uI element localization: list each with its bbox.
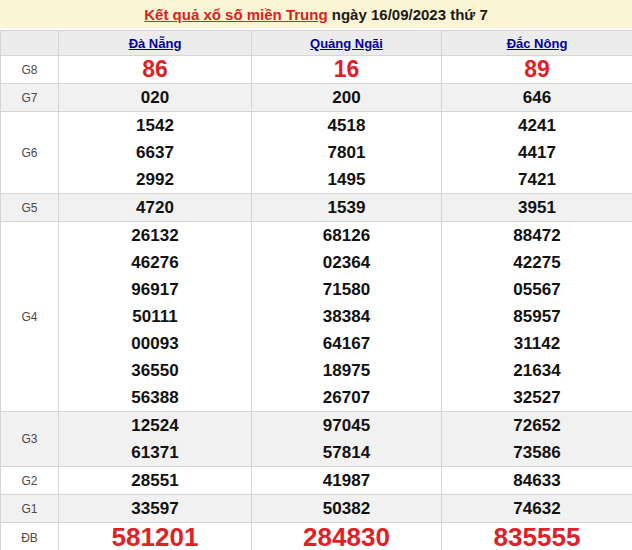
result-value: 18975 bbox=[252, 357, 441, 384]
result-cell: 200 bbox=[252, 84, 442, 112]
prize-row-G5: G5472015393951 bbox=[1, 194, 632, 222]
result-value: 36550 bbox=[59, 357, 251, 384]
result-cell: 84633 bbox=[442, 467, 632, 495]
table-header-row: Đà NẵngQuảng NgãiĐắc Nông bbox=[1, 31, 632, 56]
result-value: 72652 bbox=[442, 412, 632, 439]
lottery-results-table: Đà NẵngQuảng NgãiĐắc Nông G8861689G70202… bbox=[0, 30, 632, 550]
result-value: 38384 bbox=[252, 303, 441, 330]
result-cell: 3951 bbox=[442, 194, 632, 222]
result-value: 1542 bbox=[59, 112, 251, 139]
result-cell: 28551 bbox=[59, 467, 252, 495]
result-value: 50382 bbox=[252, 495, 441, 522]
result-value: 73586 bbox=[442, 439, 632, 466]
result-value: 3951 bbox=[442, 194, 632, 221]
result-value: 46276 bbox=[59, 249, 251, 276]
result-value: 56388 bbox=[59, 384, 251, 411]
prize-label: G5 bbox=[1, 194, 59, 222]
result-value: 200 bbox=[252, 84, 441, 111]
result-value: 581201 bbox=[59, 523, 251, 550]
result-value: 31142 bbox=[442, 330, 632, 357]
result-value: 05567 bbox=[442, 276, 632, 303]
prize-label: G3 bbox=[1, 412, 59, 467]
result-cell: 835555 bbox=[442, 523, 632, 550]
province-link[interactable]: Đắc Nông bbox=[507, 36, 568, 51]
page-title-date: ngày 16/09/2023 thứ 7 bbox=[328, 6, 488, 23]
corner-cell bbox=[1, 31, 59, 56]
prize-label: G2 bbox=[1, 467, 59, 495]
result-value: 4518 bbox=[252, 112, 441, 139]
result-cell: 646 bbox=[442, 84, 632, 112]
result-cell: 74632 bbox=[442, 495, 632, 523]
result-cell: 1252461371 bbox=[59, 412, 252, 467]
result-value: 50111 bbox=[59, 303, 251, 330]
result-value: 4241 bbox=[442, 112, 632, 139]
result-value: 12524 bbox=[59, 412, 251, 439]
result-value: 57814 bbox=[252, 439, 441, 466]
result-value: 4417 bbox=[442, 139, 632, 166]
result-cell: 86 bbox=[59, 56, 252, 84]
result-value: 284830 bbox=[252, 523, 441, 550]
result-value: 97045 bbox=[252, 412, 441, 439]
result-value: 64167 bbox=[252, 330, 441, 357]
result-value: 96917 bbox=[59, 276, 251, 303]
result-cell: 50382 bbox=[252, 495, 442, 523]
result-value: 7421 bbox=[442, 166, 632, 193]
prize-row-G3: G3125246137197045578147265273586 bbox=[1, 412, 632, 467]
result-cell: 7265273586 bbox=[442, 412, 632, 467]
result-value: 26707 bbox=[252, 384, 441, 411]
result-cell: 33597 bbox=[59, 495, 252, 523]
prize-label: G7 bbox=[1, 84, 59, 112]
result-cell: 68126023647158038384641671897526707 bbox=[252, 222, 442, 412]
result-value: 1539 bbox=[252, 194, 441, 221]
result-value: 33597 bbox=[59, 495, 251, 522]
result-value: 61371 bbox=[59, 439, 251, 466]
province-link[interactable]: Quảng Ngãi bbox=[310, 36, 383, 51]
result-value: 646 bbox=[442, 84, 632, 111]
result-value: 32527 bbox=[442, 384, 632, 411]
result-value: 41987 bbox=[252, 467, 441, 494]
result-value: 835555 bbox=[442, 523, 632, 550]
prize-label: G1 bbox=[1, 495, 59, 523]
result-cell: 88472422750556785957311422163432527 bbox=[442, 222, 632, 412]
result-cell: 26132462769691750111000933655056388 bbox=[59, 222, 252, 412]
column-header-1: Đà Nẵng bbox=[59, 31, 252, 56]
prize-row-G6: G6154266372992451878011495424144177421 bbox=[1, 112, 632, 194]
result-cell: 16 bbox=[252, 56, 442, 84]
column-header-2: Quảng Ngãi bbox=[252, 31, 442, 56]
result-value: 21634 bbox=[442, 357, 632, 384]
result-cell: 41987 bbox=[252, 467, 442, 495]
result-value: 89 bbox=[442, 56, 632, 83]
result-value: 85957 bbox=[442, 303, 632, 330]
result-cell: 581201 bbox=[59, 523, 252, 550]
column-header-3: Đắc Nông bbox=[442, 31, 632, 56]
result-value: 86 bbox=[59, 56, 251, 83]
result-value: 28551 bbox=[59, 467, 251, 494]
prize-row-G7: G7020200646 bbox=[1, 84, 632, 112]
result-cell: 9704557814 bbox=[252, 412, 442, 467]
result-value: 42275 bbox=[442, 249, 632, 276]
result-value: 02364 bbox=[252, 249, 441, 276]
result-value: 71580 bbox=[252, 276, 441, 303]
region-result-link[interactable]: Kết quả xổ số miền Trung bbox=[144, 6, 327, 23]
prize-row-G4: G426132462769691750111000933655056388681… bbox=[1, 222, 632, 412]
result-value: 26132 bbox=[59, 222, 251, 249]
result-value: 2992 bbox=[59, 166, 251, 193]
result-value: 16 bbox=[252, 56, 441, 83]
result-cell: 451878011495 bbox=[252, 112, 442, 194]
prize-label: G4 bbox=[1, 222, 59, 412]
prize-row-G2: G2285514198784633 bbox=[1, 467, 632, 495]
result-cell: 1539 bbox=[252, 194, 442, 222]
prize-row-G8: G8861689 bbox=[1, 56, 632, 84]
prize-label: G8 bbox=[1, 56, 59, 84]
prize-label: G6 bbox=[1, 112, 59, 194]
result-value: 020 bbox=[59, 84, 251, 111]
result-value: 00093 bbox=[59, 330, 251, 357]
prize-label: ĐB bbox=[1, 523, 59, 550]
result-cell: 284830 bbox=[252, 523, 442, 550]
result-value: 68126 bbox=[252, 222, 441, 249]
result-value: 4720 bbox=[59, 194, 251, 221]
result-value: 84633 bbox=[442, 467, 632, 494]
result-cell: 4720 bbox=[59, 194, 252, 222]
province-link[interactable]: Đà Nẵng bbox=[129, 36, 182, 51]
result-cell: 89 bbox=[442, 56, 632, 84]
